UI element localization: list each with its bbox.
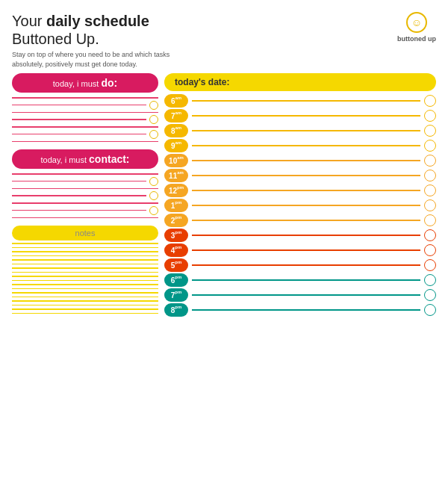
do-line [12, 97, 158, 99]
row-line [192, 145, 420, 146]
time-bubble: 5pm [164, 258, 188, 272]
time-suffix: am [177, 170, 184, 175]
do-line-row [12, 112, 158, 114]
notes-line [12, 297, 158, 298]
time-suffix: pm [175, 245, 181, 249]
notes-line [12, 272, 158, 273]
schedule-row: 8pm [164, 303, 436, 318]
notes-header: notes [12, 226, 158, 241]
contact-line [12, 210, 146, 211]
row-line [192, 205, 420, 206]
notes-line [12, 243, 158, 244]
schedule-row: 6pm [164, 273, 436, 288]
schedule-row: 12pm [164, 184, 436, 199]
do-line [12, 141, 158, 143]
time-bubble: 8pm [164, 303, 188, 317]
row-checkbox[interactable] [424, 274, 436, 286]
do-line [12, 126, 158, 128]
schedule-row: 2pm [164, 214, 436, 229]
row-checkbox[interactable] [424, 140, 436, 152]
notes-line [12, 292, 158, 294]
time-bubble: 3pm [164, 229, 188, 242]
row-checkbox[interactable] [424, 199, 436, 211]
date-bar[interactable]: today's date: [164, 73, 436, 91]
do-line-row [12, 141, 158, 143]
contact-line [12, 217, 158, 219]
subtitle: Stay on top of where you need to be and … [12, 50, 184, 69]
row-checkbox[interactable] [424, 304, 436, 316]
contact-checkbox[interactable] [149, 206, 158, 215]
do-lines [12, 97, 158, 142]
row-line [192, 190, 420, 191]
time-main: 11 [169, 172, 177, 180]
contact-checkbox[interactable] [149, 177, 158, 186]
row-checkbox[interactable] [424, 110, 436, 122]
row-checkbox[interactable] [424, 125, 436, 137]
schedule-row: 5pm [164, 258, 436, 273]
contact-line-row [12, 191, 158, 200]
time-main: 10 [169, 157, 177, 165]
notes-section: notes [12, 226, 158, 484]
do-checkbox[interactable] [149, 101, 158, 110]
schedule-row: 4pm [164, 243, 436, 258]
do-line-row [12, 115, 158, 124]
notes-line [12, 300, 158, 302]
time-suffix: pm [175, 200, 181, 205]
contact-line-row [12, 202, 158, 204]
time-main: 12 [169, 187, 177, 195]
row-line [192, 294, 420, 296]
row-line [192, 220, 420, 221]
contact-line [12, 188, 158, 190]
notes-line [12, 259, 158, 261]
schedule-row: 3pm [164, 229, 436, 243]
time-bubble: 7pm [164, 288, 188, 302]
schedule-row: 8am [164, 124, 436, 139]
row-checkbox[interactable] [424, 244, 436, 256]
time-suffix: am [177, 155, 184, 160]
row-checkbox[interactable] [424, 170, 436, 182]
schedule-row: 7am [164, 109, 436, 124]
notes-line [12, 267, 158, 269]
schedule-row: 6am [164, 94, 436, 109]
contact-line [12, 195, 146, 196]
logo-text: buttoned up [397, 35, 436, 43]
do-checkbox[interactable] [149, 115, 158, 124]
row-line [192, 249, 420, 251]
row-checkbox[interactable] [424, 184, 436, 196]
time-bubble: 11am [164, 169, 188, 182]
do-line [12, 105, 146, 106]
page: Your daily schedule Buttoned Up. Stay on… [0, 0, 448, 484]
main-content: today, i must do: today, i must contact: [12, 73, 436, 484]
notes-line [12, 308, 158, 310]
notes-line [12, 276, 158, 277]
contact-line-row [12, 206, 158, 215]
logo-area: ☺ buttoned up [397, 12, 436, 43]
time-suffix: pm [177, 185, 184, 190]
time-bubble: 9am [164, 139, 188, 152]
row-checkbox[interactable] [424, 289, 436, 301]
contact-line-row [12, 173, 158, 175]
do-checkbox[interactable] [149, 130, 158, 139]
header: Your daily schedule Buttoned Up. Stay on… [12, 12, 436, 69]
row-checkbox[interactable] [424, 214, 436, 226]
schedule-rows: 6am7am8am9am10am11am12pm1pm2pm3pm4pm5pm6… [164, 94, 436, 484]
notes-line [12, 251, 158, 252]
notes-line [12, 280, 158, 282]
row-checkbox[interactable] [424, 229, 436, 241]
do-line [12, 119, 146, 120]
do-line-row [12, 97, 158, 99]
time-suffix: pm [175, 290, 181, 294]
row-line [192, 309, 420, 311]
notes-line [12, 305, 158, 306]
main-title: Your daily schedule Buttoned Up. [12, 12, 184, 48]
contact-lines [12, 173, 158, 218]
contact-line-row [12, 217, 158, 219]
schedule-row: 10am [164, 154, 436, 169]
row-checkbox[interactable] [424, 95, 436, 107]
time-suffix: am [175, 96, 181, 100]
contact-line [12, 173, 158, 175]
row-checkbox[interactable] [424, 259, 436, 271]
contact-checkbox[interactable] [149, 191, 158, 200]
row-checkbox[interactable] [424, 155, 436, 167]
do-line [12, 134, 146, 135]
